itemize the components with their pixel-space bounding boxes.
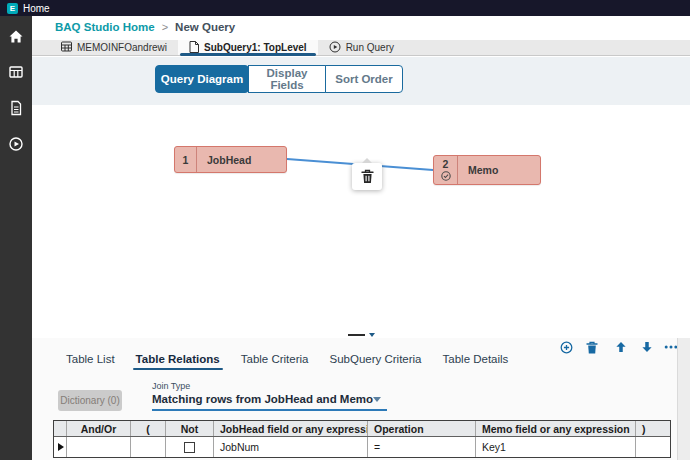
splitter-dash — [348, 334, 365, 336]
play-circle-icon — [8, 136, 24, 156]
grid-icon — [61, 41, 72, 54]
join-type-field: Join Type Matching rows from JobHead and… — [152, 381, 387, 411]
join-connector-line[interactable] — [32, 105, 690, 330]
left-sidebar — [0, 16, 32, 460]
tab-memoinfo[interactable]: MEMOINFOandrewi — [50, 40, 178, 55]
chevron-down-icon — [369, 333, 375, 337]
grid-header-memo-field: Memo field or any expression — [476, 421, 636, 436]
move-up-button[interactable] — [614, 340, 628, 354]
cell-andor[interactable] — [67, 437, 131, 457]
view-switcher: Query Diagram Display Fields Sort Order — [155, 65, 403, 93]
tab-run-query[interactable]: Run Query — [318, 40, 405, 55]
panel-tabbar: Table List Table Relations Table Criteri… — [66, 350, 508, 368]
not-checkbox[interactable] — [184, 442, 195, 453]
breadcrumb: BAQ Studio Home > New Query — [55, 21, 235, 33]
cell-close-paren[interactable] — [636, 437, 670, 457]
trash-icon — [361, 169, 374, 184]
check-circle-icon — [441, 171, 451, 183]
panel-scrollbar[interactable] — [677, 338, 690, 460]
cell-operation[interactable]: = — [368, 437, 476, 457]
grid-header-andor: And/Or — [67, 421, 131, 436]
node-label: JobHead — [197, 147, 251, 172]
breadcrumb-separator: > — [162, 21, 168, 33]
query-diagram-button[interactable]: Query Diagram — [155, 65, 249, 93]
node-number-text: 2 — [443, 158, 449, 170]
node-number: 1 — [175, 147, 197, 172]
row-selector-cell[interactable] — [54, 437, 67, 457]
tab-label: MEMOINFOandrewi — [77, 42, 167, 53]
grid-header-jobhead-field: JobHead field or any expression — [214, 421, 368, 436]
baq-studio-screen: E Home BAQ Studio Home — [0, 0, 690, 460]
epicor-logo-icon: E — [7, 3, 18, 14]
cell-jobhead-field[interactable]: JobNum — [214, 437, 368, 457]
grid-header-open-paren: ( — [131, 421, 166, 436]
circle-plus-icon — [560, 341, 573, 354]
main-area: BAQ Studio Home > New Query MEMOINFOandr… — [32, 16, 690, 460]
tab-table-relations[interactable]: Table Relations — [136, 350, 220, 368]
view-toolbar: Query Diagram Display Fields Sort Order — [32, 57, 690, 105]
table-row[interactable]: JobNum = Key1 — [54, 437, 670, 457]
top-bar: E Home — [0, 0, 690, 16]
sort-order-button[interactable]: Sort Order — [325, 65, 403, 93]
sidebar-item-subquery[interactable] — [5, 99, 27, 121]
grid-header-operation: Operation — [368, 421, 476, 436]
relations-grid: And/Or ( Not JobHead field or any expres… — [53, 420, 671, 458]
join-type-value: Matching rows from JobHead and Memo — [152, 393, 373, 405]
play-circle-icon — [329, 41, 341, 55]
tab-table-list[interactable]: Table List — [66, 350, 115, 368]
add-row-button[interactable] — [559, 340, 573, 354]
home-icon — [8, 29, 24, 48]
trash-icon — [586, 341, 598, 354]
dictionary-button[interactable]: Dictionary (0) — [58, 390, 122, 411]
arrow-down-icon — [641, 341, 653, 353]
breadcrumb-home-link[interactable]: BAQ Studio Home — [55, 21, 155, 33]
tab-table-criteria[interactable]: Table Criteria — [241, 350, 309, 368]
table-node-memo[interactable]: 2 Memo — [433, 155, 541, 185]
topbar-title: Home — [23, 3, 50, 14]
row-pointer-icon — [58, 443, 64, 451]
delete-join-button[interactable] — [352, 163, 382, 190]
ellipsis-icon — [664, 344, 678, 350]
more-options-button[interactable] — [664, 340, 678, 354]
query-diagram-canvas[interactable]: 1 JobHead 2 Memo — [32, 105, 690, 330]
join-type-dropdown[interactable]: Matching rows from JobHead and Memo — [152, 391, 387, 411]
relations-panel: Table List Table Relations Table Criteri… — [32, 338, 690, 460]
delete-row-button[interactable] — [585, 340, 599, 354]
grid-header-close-paren: ) — [636, 421, 670, 436]
node-number: 2 — [434, 156, 458, 184]
tab-table-details[interactable]: Table Details — [443, 350, 509, 368]
document-icon — [8, 100, 24, 120]
grid-icon — [8, 64, 24, 84]
breadcrumb-current: New Query — [175, 21, 235, 33]
tab-subquery1-toplevel[interactable]: SubQuery1: TopLevel — [178, 40, 318, 55]
table-node-jobhead[interactable]: 1 JobHead — [174, 146, 287, 173]
sidebar-item-queries[interactable] — [5, 63, 27, 85]
tab-subquery-criteria[interactable]: SubQuery Criteria — [329, 350, 421, 368]
sidebar-item-home[interactable] — [5, 27, 27, 49]
document-icon — [189, 41, 199, 55]
move-down-button[interactable] — [640, 340, 654, 354]
node-label: Memo — [458, 156, 498, 184]
tab-label: Run Query — [346, 42, 394, 53]
cell-not — [166, 437, 214, 457]
join-type-label: Join Type — [152, 381, 387, 391]
grid-header-row: And/Or ( Not JobHead field or any expres… — [54, 421, 670, 437]
arrow-up-icon — [615, 341, 627, 353]
grid-header-not: Not — [166, 421, 214, 436]
cell-memo-field[interactable]: Key1 — [476, 437, 636, 457]
display-fields-button[interactable]: Display Fields — [248, 65, 326, 93]
tab-label: SubQuery1: TopLevel — [204, 42, 307, 53]
sidebar-item-run[interactable] — [5, 135, 27, 157]
document-tabbar: MEMOINFOandrewi SubQuery1: TopLevel Run … — [32, 40, 690, 56]
grid-header-selector — [54, 421, 67, 436]
cell-open-paren[interactable] — [131, 437, 166, 457]
chevron-down-icon — [373, 397, 381, 402]
